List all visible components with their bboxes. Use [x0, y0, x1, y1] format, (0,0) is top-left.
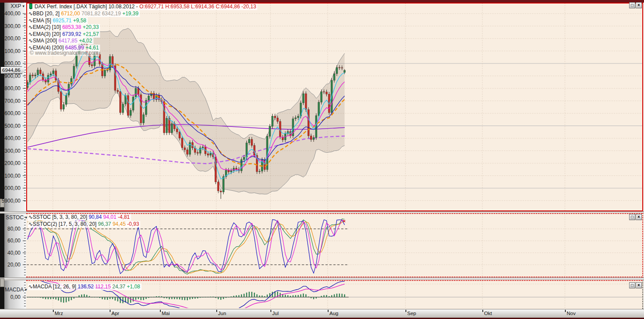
legend-value: +9,58	[73, 18, 86, 24]
legend-value: +19,39	[122, 11, 138, 17]
legend-value: 94,01	[103, 214, 118, 220]
y-axis-label: 0,00	[0, 294, 21, 300]
y-axis-label: 40,00	[0, 250, 21, 256]
legend-value: +21,57	[83, 31, 99, 37]
legend-value: ∿MACDA [12, 26, 9]	[28, 284, 78, 290]
candlestick-icon	[29, 4, 32, 9]
legend-value: ∿EMA(3) [20]	[28, 31, 62, 37]
month-tick	[328, 310, 329, 312]
x-axis-label: Apr	[111, 311, 119, 316]
legend-value: 24,37	[112, 284, 127, 290]
sstoc-panel-label: SSTOC	[6, 214, 24, 221]
legend-value: -4,81	[118, 214, 130, 220]
legend-value: 94,45	[113, 221, 127, 227]
price-scale-label: XXP	[10, 3, 21, 9]
last-price-tag: 6944,86	[0, 67, 25, 74]
legend-value: ∿EMA(2) [10]	[28, 24, 62, 30]
legend-value: ∿SSTOC(2) [17, 5, 3, 80, 20]	[28, 221, 98, 227]
legend-value: 6712,00	[61, 11, 82, 17]
legend-value: ∿SMA [200]	[28, 38, 59, 44]
y-axis-label: 5900,00	[0, 198, 21, 204]
legend-row[interactable]: ∿BBD [20, 2] 6712,00 7081,82 6342,19 +19…	[28, 11, 140, 17]
legend-value: ∿BBD [20, 2]	[28, 11, 61, 17]
legend-row[interactable]: ∿SSTOC(2) [17, 5, 3, 80, 20] 96,37 94,45…	[28, 221, 140, 228]
legend-value: -0,93	[127, 221, 139, 227]
legend-value: 6925,71	[52, 18, 73, 24]
legend-value: 6853,38	[62, 24, 83, 30]
x-axis-label: Mrz	[55, 311, 63, 316]
y-axis-label: 6600,00	[0, 110, 21, 116]
legend-row[interactable]: ∿EMA(2) [10] 6853,38 +20,33	[28, 24, 100, 31]
legend-value: 6739,92	[62, 31, 83, 37]
y-axis-label: 6500,00	[0, 123, 21, 129]
legend-value: 112,15	[95, 284, 112, 290]
legend-value: 6417,85	[59, 38, 79, 44]
x-axis-label: Mai	[162, 311, 170, 316]
title-segment: O:6927,71 H:6953,58 L:6914,36 C:6944,86 …	[139, 4, 256, 10]
legend-value: 7081,82 6342,19	[81, 11, 122, 17]
sidebar-handle[interactable]	[0, 278, 4, 287]
close-icon[interactable]: ×	[636, 2, 642, 8]
x-axis-label: Nov	[567, 311, 575, 316]
month-tick	[53, 310, 54, 312]
window-top-border	[0, 0, 644, 3]
time-axis: MrzAprMaiJunJulAugSepOktNov	[0, 309, 644, 318]
legend-value: +1,08	[127, 284, 140, 290]
x-axis-label: Aug	[329, 311, 338, 316]
legend-value: +20,33	[83, 24, 99, 30]
legend-value: 136,52	[78, 284, 95, 290]
month-tick	[160, 310, 161, 312]
copyright-text: © www.tradesignalonline.com	[29, 50, 100, 56]
chevron-down-icon[interactable]: ▾	[22, 4, 24, 8]
y-axis-label: 80,00	[0, 226, 21, 232]
legend-row[interactable]: ∿SSTOC [5, 3, 3, 80, 20] 90,84 94,01 -4,…	[28, 214, 131, 221]
y-axis-label: 7100,00	[0, 48, 21, 54]
y-axis-label: 6100,00	[0, 173, 21, 179]
x-axis-label: Jun	[218, 311, 226, 316]
price-scale-dropdown[interactable]: XXP ▾	[10, 3, 24, 9]
legend-row[interactable]: ∿SMA [200] 6417,85 +4,02	[28, 38, 93, 44]
macd-panel-dropdown[interactable]: MACDA ▾	[5, 287, 27, 293]
y-axis-label: 6700,00	[0, 98, 21, 104]
maximize-button[interactable]: □	[629, 282, 635, 288]
month-tick	[110, 310, 111, 312]
price-axis-minor-ticks	[24, 14, 26, 203]
sstoc-axis-minor-ticks	[24, 217, 26, 277]
y-axis-label: 20,00	[0, 262, 21, 268]
month-tick	[270, 310, 271, 312]
x-axis-label: Jul	[272, 311, 279, 316]
close-icon[interactable]: ×	[636, 282, 642, 288]
close-icon[interactable]: ×	[636, 214, 642, 220]
y-axis-label: 6400,00	[0, 135, 21, 141]
macd-axis-minor-ticks	[24, 282, 26, 307]
legend-value: ∿EMA [5]	[28, 18, 52, 24]
x-axis-label: Okt	[484, 311, 492, 316]
month-tick	[405, 310, 406, 312]
y-axis-label: 6800,00	[0, 85, 21, 91]
legend-row[interactable]: ∿EMA(3) [20] 6739,92 +21,57	[28, 31, 100, 38]
legend-value: +4,02	[79, 38, 92, 44]
y-axis-label: 6300,00	[0, 148, 21, 154]
legend-value: 90,84	[89, 214, 103, 220]
month-tick	[216, 310, 217, 312]
legend-row[interactable]: ∿MACDA [12, 26, 9] 136,52 112,15 24,37 +…	[28, 284, 142, 290]
price-panel[interactable]	[26, 3, 643, 211]
title-segment: DAX Perf. Index [.DAX Täglich] 10.08.201…	[35, 4, 139, 10]
y-axis-label: 7000,00	[0, 60, 21, 67]
x-axis-label: Sep	[407, 311, 416, 316]
y-axis-label: 7400,00	[0, 11, 21, 17]
macd-panel-label: MACDA	[5, 287, 24, 293]
legend-row[interactable]: ∿EMA [5] 6925,71 +9,58	[28, 18, 88, 24]
y-axis-label: 60,00	[0, 238, 21, 244]
chart-title[interactable]: DAX Perf. Index [.DAX Täglich] 10.08.201…	[28, 4, 257, 10]
legend-value: 96,37	[98, 221, 112, 227]
legend-value: ∿SSTOC [5, 3, 3, 80, 20]	[28, 214, 89, 220]
month-tick	[565, 310, 566, 312]
y-axis-label: 6000,00	[0, 185, 21, 191]
maximize-button[interactable]: □	[629, 2, 635, 8]
month-tick	[482, 310, 483, 312]
maximize-button[interactable]: □	[629, 214, 635, 220]
y-axis-label: 6200,00	[0, 160, 21, 166]
app-window: × XXP ▾ In SSTOC ▾ MACDA ▾ 6944,86 7400,…	[0, 0, 644, 319]
y-axis-label: 7300,00	[0, 23, 21, 29]
